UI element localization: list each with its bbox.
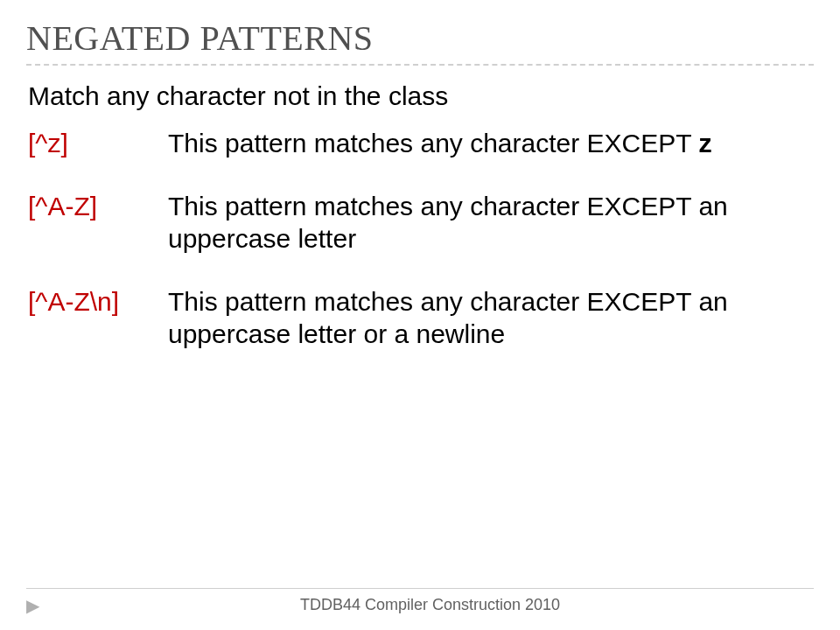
pattern-desc: This pattern matches any character EXCEP… bbox=[168, 127, 763, 160]
pattern-desc: This pattern matches any character EXCEP… bbox=[168, 190, 763, 256]
pattern-code: [^A-Z] bbox=[28, 190, 168, 223]
desc-except: EXCEPT bbox=[587, 129, 692, 158]
pattern-row: [^A-Z] This pattern matches any characte… bbox=[28, 190, 814, 256]
pattern-list: [^z] This pattern matches any character … bbox=[28, 127, 814, 351]
play-icon: ▶ bbox=[26, 597, 39, 614]
desc-except: EXCEPT bbox=[587, 192, 692, 220]
pattern-code: [^z] bbox=[28, 127, 168, 160]
intro-text: Match any character not in the class bbox=[28, 81, 814, 111]
desc-except: EXCEPT bbox=[587, 287, 692, 316]
desc-lead: This pattern matches any character bbox=[168, 287, 587, 316]
footer-rule bbox=[26, 588, 814, 589]
desc-lead: This pattern matches any character bbox=[168, 192, 587, 220]
pattern-desc: This pattern matches any character EXCEP… bbox=[168, 285, 763, 351]
slide-title: NEGATED PATTERNS bbox=[26, 18, 814, 59]
desc-lead: This pattern matches any character bbox=[168, 129, 587, 158]
title-rule bbox=[26, 64, 814, 66]
pattern-code: [^A-Z\n] bbox=[28, 285, 168, 318]
footer-inner: ▶ TDDB44 Compiler Construction 2010 bbox=[0, 596, 840, 614]
slide: NEGATED PATTERNS Match any character not… bbox=[0, 0, 840, 630]
slide-footer: ▶ TDDB44 Compiler Construction 2010 bbox=[0, 588, 840, 614]
desc-bold: z bbox=[698, 129, 711, 158]
footer-text: TDDB44 Compiler Construction 2010 bbox=[46, 596, 814, 614]
pattern-row: [^z] This pattern matches any character … bbox=[28, 127, 814, 160]
pattern-row: [^A-Z\n] This pattern matches any charac… bbox=[28, 285, 814, 351]
